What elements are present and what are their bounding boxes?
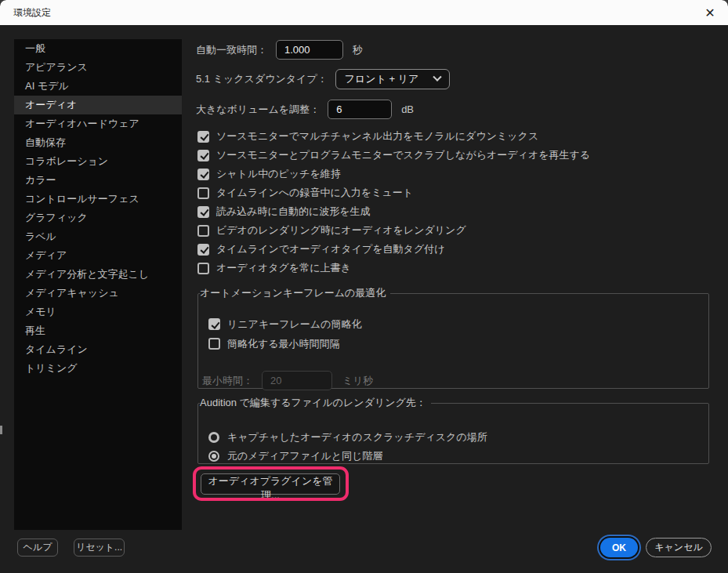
checkbox-icon[interactable] bbox=[197, 150, 209, 161]
radio-row[interactable]: 元のメディアファイルと同じ階層 bbox=[208, 447, 487, 466]
dialog-title: 環境設定 bbox=[0, 6, 51, 20]
reset-button[interactable]: リセット... bbox=[74, 539, 125, 557]
checkbox-row[interactable]: リニアキーフレームの簡略化 bbox=[208, 314, 361, 334]
sidebar-item[interactable]: ラベル bbox=[14, 227, 182, 246]
volume-adjust-label: 大きなボリュームを調整： bbox=[196, 103, 320, 117]
sidebar-item[interactable]: 一般 bbox=[14, 39, 182, 58]
window-edge-artifact bbox=[0, 426, 2, 434]
sidebar-item[interactable]: アピアランス bbox=[14, 58, 182, 77]
sidebar-item[interactable]: カラー bbox=[14, 171, 182, 190]
automation-checkbox-list: リニアキーフレームの簡略化 簡略化する最小時間間隔 bbox=[208, 314, 361, 354]
sidebar-item[interactable]: トリミング bbox=[14, 359, 182, 378]
automatch-time-row: 自動一致時間： 秒 bbox=[196, 40, 363, 60]
sidebar-item[interactable]: タイムライン bbox=[14, 340, 182, 359]
volume-adjust-input[interactable] bbox=[328, 100, 392, 119]
sidebar-item[interactable]: メディアキャッシュ bbox=[14, 284, 182, 303]
cancel-button[interactable]: キャンセル bbox=[646, 538, 712, 557]
checkbox-row[interactable]: ソースモニターでマルチチャンネル出力をモノラルにダウンミックス bbox=[197, 127, 590, 146]
checkbox-label: タイムラインへの録音中に入力をミュート bbox=[216, 186, 413, 200]
sidebar-item[interactable]: オーディオ bbox=[14, 96, 182, 114]
mixdown-type-row: 5.1 ミックスダウンタイプ： フロント + リア bbox=[196, 69, 450, 89]
sidebar-item[interactable]: メディア bbox=[14, 246, 182, 265]
checkbox-label: リニアキーフレームの簡略化 bbox=[227, 317, 361, 332]
checkbox-icon[interactable] bbox=[197, 206, 209, 218]
sidebar-item[interactable]: オーディオハードウェア bbox=[14, 114, 182, 133]
mixdown-type-label: 5.1 ミックスダウンタイプ： bbox=[196, 72, 328, 86]
audition-render-legend: Audition で編集するファイルのレンダリング先： bbox=[200, 396, 431, 410]
checkbox-icon[interactable] bbox=[197, 169, 209, 180]
category-list: 一般 アピアランス AI モデル オーディオ オーディオハードウェア 自動保存 … bbox=[14, 39, 182, 530]
checkbox-label: 簡略化する最小時間間隔 bbox=[227, 337, 340, 351]
checkbox-icon[interactable] bbox=[197, 187, 209, 199]
automatch-time-unit: 秒 bbox=[353, 43, 363, 57]
sidebar-item[interactable]: AI モデル bbox=[14, 77, 182, 96]
mixdown-type-value: フロント + リア bbox=[345, 72, 419, 86]
checkbox-label: 読み込み時に自動的に波形を生成 bbox=[216, 205, 371, 219]
checkbox-row[interactable]: シャトル中のピッチを維持 bbox=[197, 165, 590, 183]
checkbox-label: ソースモニターでマルチチャンネル出力をモノラルにダウンミックス bbox=[216, 129, 538, 143]
audition-render-group: Audition で編集するファイルのレンダリング先： キャプチャしたオーディオ… bbox=[197, 396, 709, 464]
min-time-input bbox=[262, 371, 332, 390]
checkbox-row[interactable]: オーディオタグを常に上書き bbox=[197, 259, 590, 277]
automation-keyframe-legend: オートメーションキーフレームの最適化 bbox=[200, 286, 390, 300]
checkbox-label: ソースモニターとプログラムモニターでスクラブしながらオーディオを再生する bbox=[216, 148, 590, 162]
automatch-time-input[interactable] bbox=[276, 40, 343, 60]
close-icon[interactable]: ✕ bbox=[692, 0, 728, 25]
sidebar-item[interactable]: メモリ bbox=[14, 303, 182, 321]
help-button[interactable]: ヘルプ bbox=[17, 539, 58, 557]
sidebar-item[interactable]: 自動保存 bbox=[14, 133, 182, 152]
checkbox-icon[interactable] bbox=[197, 244, 209, 256]
checkbox-label: タイムラインでオーディオタイプを自動タグ付け bbox=[216, 242, 444, 256]
checkbox-label: シャトル中のピッチを維持 bbox=[216, 167, 341, 181]
title-bar: 環境設定 ✕ bbox=[0, 0, 728, 25]
checkbox-icon[interactable] bbox=[197, 263, 209, 274]
sidebar-item[interactable]: コントロールサーフェス bbox=[14, 190, 182, 209]
checkbox-icon[interactable] bbox=[208, 338, 220, 350]
checkbox-row[interactable]: 簡略化する最小時間間隔 bbox=[208, 334, 361, 354]
min-time-label: 最小時間： bbox=[202, 374, 253, 388]
audition-radio-list: キャプチャしたオーディオのスクラッチディスクの場所 元のメディアファイルと同じ階… bbox=[208, 428, 487, 466]
sidebar-item[interactable]: メディア分析と文字起こし bbox=[14, 265, 182, 284]
checkbox-row[interactable]: タイムラインでオーディオタイプを自動タグ付け bbox=[197, 240, 590, 259]
radio-label: 元のメディアファイルと同じ階層 bbox=[227, 449, 382, 463]
sidebar-item[interactable]: コラボレーション bbox=[14, 152, 182, 171]
checkbox-row[interactable]: ビデオのレンダリング時にオーディオをレンダリング bbox=[197, 221, 590, 240]
checkbox-label: オーディオタグを常に上書き bbox=[216, 261, 351, 275]
automatch-time-label: 自動一致時間： bbox=[196, 43, 267, 57]
checkbox-icon[interactable] bbox=[208, 318, 220, 330]
checkbox-icon[interactable] bbox=[197, 131, 209, 143]
radio-icon[interactable] bbox=[208, 432, 219, 443]
automation-keyframe-group: オートメーションキーフレームの最適化 リニアキーフレームの簡略化 簡略化する最小… bbox=[197, 286, 709, 389]
sidebar-item[interactable]: グラフィック bbox=[14, 209, 182, 227]
radio-row[interactable]: キャプチャしたオーディオのスクラッチディスクの場所 bbox=[208, 428, 487, 447]
checkbox-icon[interactable] bbox=[197, 225, 209, 237]
min-time-unit: ミリ秒 bbox=[342, 374, 374, 388]
preferences-dialog: 環境設定 ✕ 一般 アピアランス AI モデル オーディオ オーディオハードウェ… bbox=[0, 0, 728, 573]
manage-audio-plugins-button[interactable]: オーディオプラグインを管理... bbox=[201, 473, 340, 495]
volume-adjust-unit: dB bbox=[401, 103, 414, 115]
sidebar-item[interactable]: 再生 bbox=[14, 321, 182, 340]
checkbox-row[interactable]: 読み込み時に自動的に波形を生成 bbox=[197, 202, 590, 221]
checkbox-row[interactable]: ソースモニターとプログラムモニターでスクラブしながらオーディオを再生する bbox=[197, 146, 590, 165]
radio-label: キャプチャしたオーディオのスクラッチディスクの場所 bbox=[227, 430, 487, 444]
ok-button[interactable]: OK bbox=[600, 538, 638, 557]
audio-option-list: ソースモニターでマルチチャンネル出力をモノラルにダウンミックス ソースモニターと… bbox=[197, 127, 590, 277]
mixdown-type-select[interactable]: フロント + リア bbox=[335, 69, 450, 89]
chevron-down-icon bbox=[433, 72, 441, 81]
radio-icon[interactable] bbox=[208, 451, 219, 462]
min-time-row: 最小時間： ミリ秒 bbox=[202, 371, 374, 390]
volume-adjust-row: 大きなボリュームを調整： dB bbox=[196, 100, 414, 119]
checkbox-row[interactable]: タイムラインへの録音中に入力をミュート bbox=[197, 183, 590, 202]
checkbox-label: ビデオのレンダリング時にオーディオをレンダリング bbox=[216, 223, 466, 238]
